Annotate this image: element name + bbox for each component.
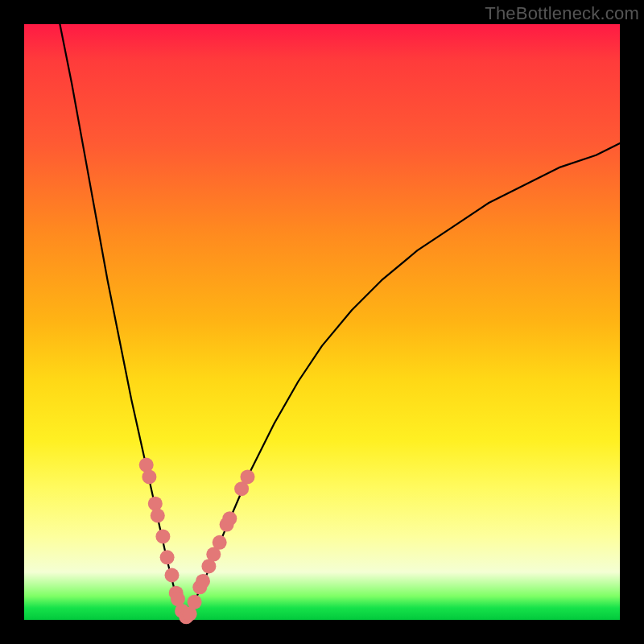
marker-dot bbox=[188, 595, 202, 609]
marker-dot bbox=[160, 550, 175, 564]
marker-dot bbox=[155, 529, 170, 543]
marker-dot bbox=[142, 469, 156, 484]
plot-area bbox=[24, 24, 620, 620]
chart-frame: TheBottleneck.com bbox=[0, 0, 644, 644]
curve-right-branch bbox=[185, 143, 620, 620]
marker-dot bbox=[213, 535, 227, 550]
marker-dot bbox=[241, 469, 255, 484]
marker-dot bbox=[222, 511, 237, 526]
marker-dot bbox=[196, 574, 210, 588]
marker-dot bbox=[148, 497, 163, 511]
watermark-text: TheBottleneck.com bbox=[485, 3, 639, 24]
curve-layer bbox=[24, 24, 620, 620]
marker-dot bbox=[165, 568, 180, 583]
marker-dot bbox=[151, 509, 165, 523]
